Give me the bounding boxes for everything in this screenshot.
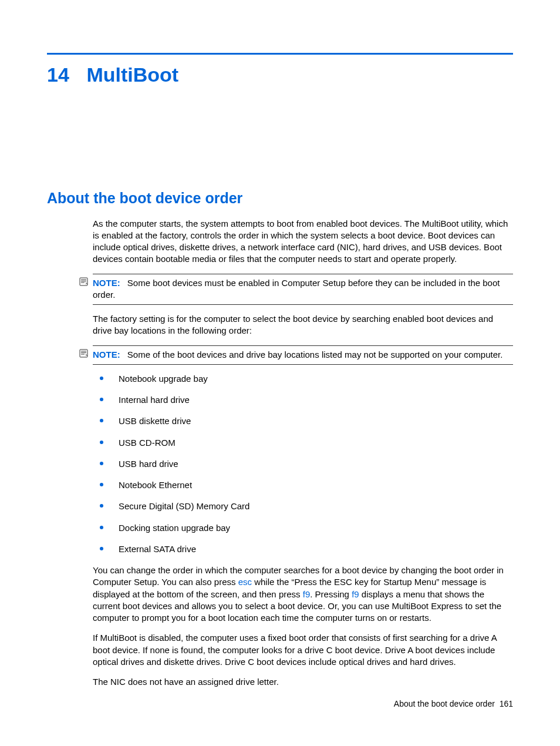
key-f9: f9 [303,589,311,599]
chapter-number: 14 [47,62,81,89]
body-content: As the computer starts, the system attem… [93,218,513,688]
note-block-1: NOTE: Some boot devices must be enabled … [93,274,513,305]
intro-paragraph: As the computer starts, the system attem… [93,218,513,266]
chapter-name: MultiBoot [86,63,178,86]
page-footer: About the boot device order 161 [394,698,513,710]
list-item: USB hard drive [93,458,513,470]
note-text: Some boot devices must be enabled in Com… [93,278,500,300]
factory-paragraph: The factory setting is for the computer … [93,313,513,337]
list-item: External SATA drive [93,543,513,555]
list-item-label: USB CD-ROM [119,438,176,448]
list-item: USB CD-ROM [93,437,513,449]
note-icon [79,277,89,287]
list-item-label: Notebook upgrade bay [119,374,208,384]
svg-rect-0 [80,278,87,285]
text-run: . Pressing [310,589,352,599]
list-item-label: USB diskette drive [119,416,191,426]
key-f9: f9 [352,589,359,599]
note-icon [79,349,89,358]
list-item: USB diskette drive [93,415,513,427]
list-item: Notebook upgrade bay [93,373,513,385]
change-order-paragraph: You can change the order in which the co… [93,564,513,624]
list-item: Notebook Ethernet [93,479,513,491]
note-block-2: NOTE: Some of the boot devices and drive… [93,345,513,365]
chapter-title: 14 MultiBoot [47,62,513,89]
footer-section: About the boot device order [394,699,495,708]
note-label: NOTE: [93,350,120,359]
svg-rect-1 [80,350,87,357]
boot-device-list: Notebook upgrade bay Internal hard drive… [93,373,513,555]
document-page: 14 MultiBoot About the boot device order… [0,0,560,746]
section-heading: About the boot device order [47,189,513,209]
note-label: NOTE: [93,278,120,288]
list-item-label: Internal hard drive [119,395,190,405]
key-esc: esc [238,577,252,587]
list-item-label: External SATA drive [119,544,196,554]
list-item-label: Docking station upgrade bay [119,523,230,533]
list-item-label: Secure Digital (SD) Memory Card [119,501,249,511]
list-item-label: USB hard drive [119,459,178,469]
note-text: Some of the boot devices and drive bay l… [127,350,503,359]
disabled-paragraph: If MultiBoot is disabled, the computer u… [93,632,513,668]
top-rule [47,53,513,55]
list-item-label: Notebook Ethernet [119,480,192,490]
footer-page-number: 161 [500,699,513,708]
list-item: Docking station upgrade bay [93,522,513,534]
nic-paragraph: The NIC does not have an assigned drive … [93,676,513,688]
list-item: Secure Digital (SD) Memory Card [93,500,513,512]
list-item: Internal hard drive [93,394,513,406]
